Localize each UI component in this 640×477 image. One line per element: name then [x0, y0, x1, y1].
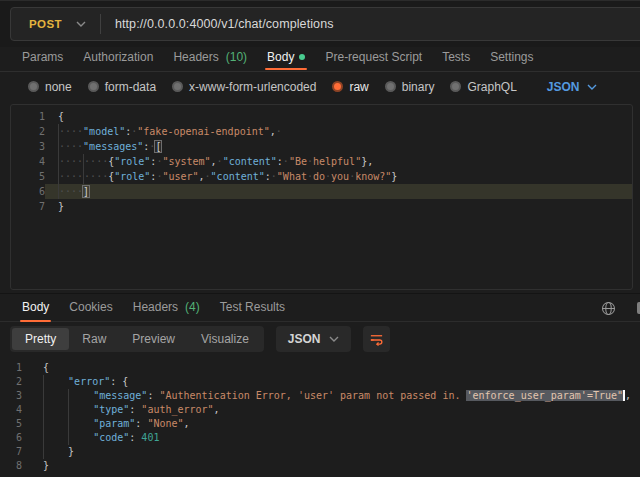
code-line[interactable]: 1{ — [0, 361, 640, 375]
line-number: 1 — [11, 109, 45, 124]
tab-settings[interactable]: Settings — [480, 47, 543, 70]
line-number: 3 — [0, 389, 22, 403]
line-number: 8 — [0, 459, 22, 473]
method-selector[interactable]: POST — [11, 8, 100, 40]
line-number: 7 — [0, 445, 22, 459]
radio-icon — [450, 81, 461, 92]
line-number: 6 — [11, 184, 45, 199]
radio-icon — [28, 81, 39, 92]
tab-label: Settings — [490, 50, 533, 64]
tab-label: Test Results — [220, 300, 285, 314]
code-line[interactable]: 2····"model":·"fake-openai-endpoint",· — [11, 124, 632, 139]
radio-label: raw — [349, 80, 368, 94]
headers-count: (4) — [185, 300, 200, 314]
line-number: 7 — [11, 199, 45, 214]
radio-label: form-data — [105, 80, 156, 94]
code-line[interactable]: 5 "param": "None", — [0, 417, 640, 431]
url-container: POST http://0.0.0.0:4000/v1/chat/complet… — [10, 7, 640, 41]
tab-headers[interactable]: Headers(10) — [163, 47, 257, 70]
language-label: JSON — [547, 80, 580, 94]
url-input[interactable]: http://0.0.0.0:4000/v1/chat/completions — [101, 17, 334, 31]
line-number: 1 — [0, 361, 22, 375]
tab-label: Cookies — [69, 300, 112, 314]
response-tab-headers[interactable]: Headers(4) — [123, 294, 210, 322]
radio-icon — [88, 81, 99, 92]
radio-x-www-form-urlencoded[interactable]: x-www-form-urlencoded — [172, 80, 316, 94]
code-line[interactable]: 7} — [11, 199, 632, 214]
chevron-down-icon — [587, 84, 597, 90]
request-language-select[interactable]: JSON — [547, 80, 597, 94]
tab-body[interactable]: Body — [257, 47, 315, 70]
response-tab-test-results[interactable]: Test Results — [210, 294, 295, 322]
globe-icon[interactable] — [601, 301, 616, 316]
radio-icon — [172, 81, 183, 92]
code-line[interactable]: 4 "type": "auth_error", — [0, 403, 640, 417]
view-visualize-button[interactable]: Visualize — [188, 328, 262, 350]
response-tab-body[interactable]: Body — [12, 294, 59, 322]
view-preview-button[interactable]: Preview — [119, 328, 188, 350]
wrap-text-button[interactable] — [363, 326, 390, 352]
headers-count: (10) — [226, 50, 247, 64]
line-number: 4 — [11, 154, 45, 169]
response-toolbar: Pretty Raw Preview Visualize JSON — [0, 322, 640, 356]
radio-label: binary — [402, 80, 435, 94]
tab-label: Tests — [442, 50, 470, 64]
response-tab-cookies[interactable]: Cookies — [59, 294, 122, 322]
radio-raw[interactable]: raw — [332, 80, 368, 94]
tab-label: Body — [22, 300, 49, 314]
request-body-editor[interactable]: 1{2····"model":·"fake-openai-endpoint",·… — [10, 104, 633, 290]
code-line[interactable]: 8} — [0, 459, 640, 473]
radio-selected-icon — [332, 81, 343, 92]
code-line[interactable]: 1{ — [11, 109, 632, 124]
chevron-down-icon — [329, 336, 339, 342]
radio-form-data[interactable]: form-data — [88, 80, 156, 94]
code-line[interactable]: 2 "error": { — [0, 375, 640, 389]
view-raw-button[interactable]: Raw — [69, 328, 119, 350]
body-modified-dot — [299, 54, 305, 60]
response-section: Body Cookies Headers(4) Test Results Pre… — [0, 293, 640, 476]
response-body-editor[interactable]: 1{2 "error": {3 "message": "Authenticati… — [0, 356, 640, 476]
line-number: 5 — [0, 417, 22, 431]
tab-params[interactable]: Params — [12, 47, 73, 70]
line-number: 6 — [0, 431, 22, 445]
tab-tests[interactable]: Tests — [432, 47, 480, 70]
view-pretty-button[interactable]: Pretty — [12, 328, 69, 350]
code-line[interactable]: 5········{"role":·"user",·"content":·"Wh… — [11, 169, 632, 184]
tab-label: Pre-request Script — [325, 50, 422, 64]
language-label: JSON — [288, 332, 321, 346]
chevron-down-icon — [76, 21, 86, 27]
tab-label: Headers — [173, 50, 218, 64]
response-language-select[interactable]: JSON — [276, 326, 351, 352]
code-line[interactable]: 7 } — [0, 445, 640, 459]
tab-pre-request-script[interactable]: Pre-request Script — [315, 47, 432, 70]
radio-label: none — [45, 80, 72, 94]
tab-authorization[interactable]: Authorization — [73, 47, 163, 70]
request-url-strip: POST http://0.0.0.0:4000/v1/chat/complet… — [0, 1, 640, 47]
radio-label: x-www-form-urlencoded — [189, 80, 316, 94]
text-wrap-icon — [369, 332, 384, 347]
radio-icon — [385, 81, 396, 92]
line-number: 3 — [11, 139, 45, 154]
code-line[interactable]: 3····"messages":·[ — [11, 139, 632, 154]
line-number: 4 — [0, 403, 22, 417]
body-type-options: none form-data x-www-form-urlencoded raw… — [0, 72, 640, 101]
code-line[interactable]: 3 "message": "Authentication Error, 'use… — [0, 389, 640, 403]
radio-label: GraphQL — [467, 80, 516, 94]
response-tabs: Body Cookies Headers(4) Test Results — [0, 294, 640, 322]
method-label: POST — [29, 18, 62, 30]
radio-none[interactable]: none — [28, 80, 72, 94]
line-number: 2 — [11, 124, 45, 139]
line-number: 2 — [0, 375, 22, 389]
radio-graphql[interactable]: GraphQL — [450, 80, 516, 94]
postman-request-view: { "request_bar": { "method": "POST", "ur… — [0, 0, 640, 477]
code-line[interactable]: 6 "code": 401 — [0, 431, 640, 445]
tab-label: Body — [267, 50, 294, 64]
code-line[interactable]: 4········{"role":·"system",·"content":·"… — [11, 154, 632, 169]
line-number: 5 — [11, 169, 45, 184]
radio-binary[interactable]: binary — [385, 80, 435, 94]
code-line[interactable]: 6····] — [11, 184, 632, 199]
tab-label: Params — [22, 50, 63, 64]
response-view-switcher: Pretty Raw Preview Visualize — [10, 326, 264, 352]
tab-label: Headers — [133, 300, 178, 314]
tab-label: Authorization — [83, 50, 153, 64]
